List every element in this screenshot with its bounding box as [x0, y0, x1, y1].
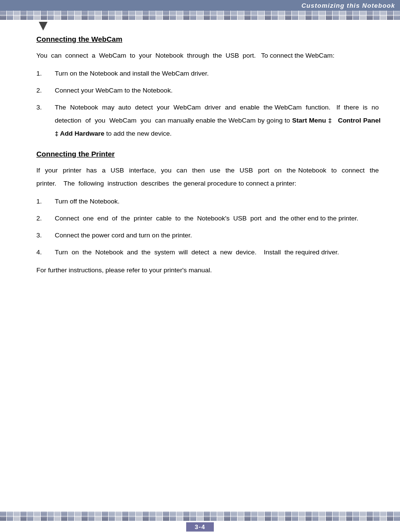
svg-marker-0 [39, 22, 48, 31]
printer-step-2: 2. Connect one end of the printer cable … [36, 212, 381, 225]
step-text: The Notebook may auto detect your WebCam… [55, 101, 381, 140]
printer-steps-list: 1. Turn off the Notebook. 2. Connect one… [36, 195, 381, 259]
printer-step-1: 1. Turn off the Notebook. [36, 195, 381, 208]
page-number-bar: 3-4 [0, 521, 400, 532]
header-bar: Customizing this Notebook [0, 0, 400, 11]
step-text: Turn off the Notebook. [55, 195, 381, 208]
step-num: 3. [36, 229, 55, 242]
webcam-step-1: 1. Turn on the Notebook and install the … [36, 67, 381, 80]
step-num: 2. [36, 84, 55, 97]
step-text: Connect the power cord and turn on the p… [55, 229, 381, 242]
main-content: Connecting the WebCam You can connect a … [36, 30, 381, 508]
printer-footer-note: For further instructions, please refer t… [36, 264, 381, 277]
bottom-tiles-bar [0, 512, 400, 521]
step-num: 1. [36, 195, 55, 208]
header-title: Customizing this Notebook [302, 2, 395, 9]
webcam-intro: You can connect a WebCam to your Noteboo… [36, 49, 381, 62]
step-num: 1. [36, 67, 55, 80]
webcam-step-2: 2. Connect your WebCam to the Notebook. [36, 84, 381, 97]
printer-step-4: 4. Turn on the Notebook and the system w… [36, 246, 381, 259]
printer-intro: If your printer has a USB interface, you… [36, 164, 381, 190]
webcam-step-3: 3. The Notebook may auto detect your Web… [36, 101, 381, 140]
webcam-steps-list: 1. Turn on the Notebook and install the … [36, 67, 381, 140]
top-tiles-canvas [0, 11, 400, 20]
top-tiles-bar [0, 11, 400, 20]
webcam-heading: Connecting the WebCam [36, 35, 381, 43]
step-text: Connect your WebCam to the Notebook. [55, 84, 381, 97]
step-text: Turn on the Notebook and install the Web… [55, 67, 381, 80]
bottom-tiles-canvas [0, 512, 400, 521]
page-number: 3-4 [186, 522, 214, 532]
step-num: 4. [36, 246, 55, 259]
printer-section: Connecting the Printer If your printer h… [36, 150, 381, 277]
webcam-section: Connecting the WebCam You can connect a … [36, 35, 381, 140]
step-text: Turn on the Notebook and the system will… [55, 246, 381, 259]
printer-heading: Connecting the Printer [36, 150, 381, 158]
step-num: 2. [36, 212, 55, 225]
step-num: 3. [36, 101, 55, 114]
bold-menu-path: Start Menu ‡ Control Panel ‡ Add Hardwar… [55, 117, 381, 137]
step-text: Connect one end of the printer cable to … [55, 212, 381, 225]
printer-step-3: 3. Connect the power cord and turn on th… [36, 229, 381, 242]
